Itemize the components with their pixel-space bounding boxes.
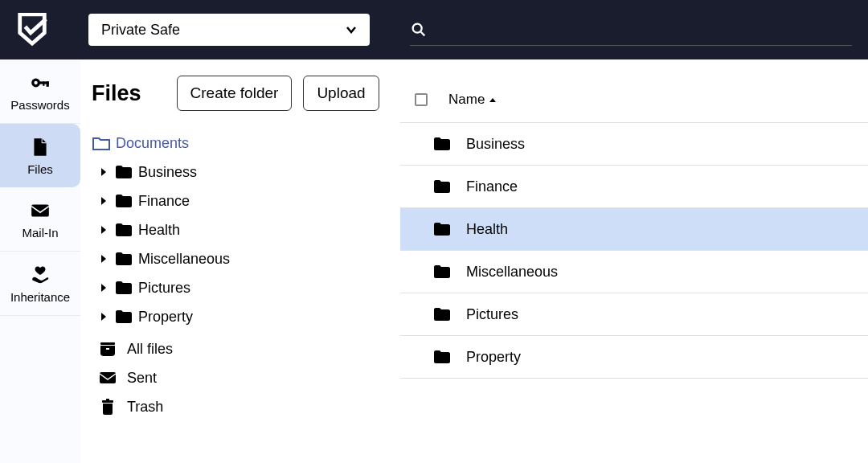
svg-rect-10 [100,372,116,383]
tree-row-child[interactable]: Health [92,215,392,244]
folder-icon [114,249,133,268]
file-name: Health [466,221,508,238]
file-name: Property [466,349,521,366]
tree-label: Documents [116,135,189,152]
select-all-checkbox[interactable] [415,93,428,106]
safe-label: Private Safe [101,22,180,39]
folder-icon [432,262,452,281]
sort-up-icon [489,98,496,102]
expand-icon [101,284,106,292]
logo-icon [16,13,48,47]
expand-icon [101,255,106,263]
content-panel: Name BusinessFinanceHealthMiscellaneousP… [400,59,868,463]
file-row[interactable]: Property [400,336,868,379]
svg-rect-7 [31,204,49,216]
child-label: Health [138,222,180,239]
extra-label: Trash [127,399,163,416]
folder-icon [432,305,452,324]
file-row[interactable]: Finance [400,166,868,208]
mail-icon [98,368,117,387]
child-label: Finance [138,193,190,210]
tree-row-child[interactable]: Business [92,158,392,186]
key-icon [30,72,51,93]
file-row[interactable]: Health [400,208,868,251]
svg-rect-6 [43,81,44,85]
file-name: Miscellaneous [466,264,558,281]
tree-children: BusinessFinanceHealthMiscellaneousPictur… [92,158,392,331]
sidebar-item-files[interactable]: Files [0,124,80,187]
svg-rect-11 [102,400,113,403]
folder-icon [432,177,452,196]
tree-header: Files Create folder Upload [92,76,392,111]
nav-label: Inheritance [10,290,70,304]
extra-label: Sent [127,370,157,387]
folder-icon [114,162,133,182]
folder-icon [114,278,133,297]
extra-label: All files [127,341,173,358]
file-name: Pictures [466,306,518,323]
svg-point-3 [34,81,37,84]
safe-selector[interactable]: Private Safe [88,14,370,46]
nav-label: Files [27,162,53,176]
child-label: Miscellaneous [138,251,230,268]
expand-icon [101,197,106,205]
tree-row-child[interactable]: Property [92,302,392,331]
file-row[interactable]: Pictures [400,293,868,336]
folder-icon [432,219,452,239]
chevron-down-icon [346,24,357,35]
nav-sidebar: Passwords Files Mail-In Inheritance [0,59,80,463]
expand-icon [101,168,106,176]
mail-icon [30,200,51,221]
expand-icon [101,226,106,234]
child-label: Pictures [138,280,190,297]
main-area: Passwords Files Mail-In Inheritance [0,59,868,463]
create-folder-button[interactable]: Create folder [177,76,293,111]
svg-rect-8 [100,342,115,345]
column-name-label: Name [448,92,485,108]
list-header: Name [400,92,868,123]
folder-open-icon [92,133,111,153]
file-row[interactable]: Miscellaneous [400,251,868,293]
tree-row-child[interactable]: Pictures [92,273,392,302]
tree-row-child[interactable]: Miscellaneous [92,244,392,273]
file-rows: BusinessFinanceHealthMiscellaneousPictur… [400,123,868,379]
tree-extra-list: All files Sent [92,334,392,421]
folder-icon [114,307,133,326]
tree-row-documents[interactable]: Documents [92,129,392,158]
trash-icon [98,397,117,416]
svg-rect-12 [106,399,109,400]
svg-rect-5 [47,81,49,87]
tree-row-trash[interactable]: Trash [92,392,392,421]
tree-list: Documents BusinessFinanceHealthMiscellan… [92,129,392,331]
search-icon [410,21,428,39]
child-label: Property [138,309,193,326]
file-icon [30,137,51,158]
child-label: Business [138,164,197,181]
nav-label: Mail-In [22,226,58,240]
svg-rect-9 [106,348,109,350]
inheritance-icon [30,264,51,285]
expand-icon [101,313,106,321]
folder-icon [432,134,452,154]
upload-button[interactable]: Upload [303,76,379,111]
search-area[interactable] [410,14,852,46]
folder-icon [432,347,452,367]
tree-row-child[interactable]: Finance [92,186,392,215]
app-header: Private Safe [0,0,868,59]
tree-row-allfiles[interactable]: All files [92,334,392,363]
file-row[interactable]: Business [400,123,868,166]
column-name-header[interactable]: Name [448,92,496,108]
allfiles-icon [98,339,117,359]
svg-line-1 [421,31,425,35]
file-name: Finance [466,178,518,195]
tree-sidebar: Files Create folder Upload Documents Bus… [80,59,400,463]
folder-icon [114,220,133,240]
tree-title: Files [92,81,141,106]
folder-icon [114,191,133,211]
svg-point-0 [413,23,422,32]
sidebar-item-passwords[interactable]: Passwords [0,59,80,124]
tree-row-sent[interactable]: Sent [92,363,392,392]
sidebar-item-mailin[interactable]: Mail-In [0,187,80,252]
sidebar-item-inheritance[interactable]: Inheritance [0,252,80,316]
nav-label: Passwords [10,98,69,112]
